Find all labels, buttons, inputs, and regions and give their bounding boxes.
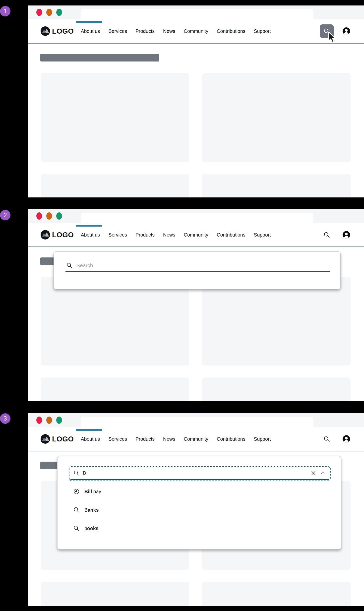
browser-window-step1: LOGO About us Services Products News Com… [28,5,364,197]
active-nav-indicator [76,21,102,23]
search-icon [323,232,330,238]
nav-item-community[interactable]: Community [184,436,208,442]
suggestion-completion: anks [88,507,99,513]
logo-icon [40,230,50,240]
search-icon [73,470,79,476]
content-card [202,277,351,366]
close-window-button[interactable] [36,9,42,16]
logo[interactable]: LOGO [40,434,74,444]
nav-item-products[interactable]: Products [135,232,155,238]
clear-search-button[interactable] [310,470,316,476]
nav-item-products[interactable]: Products [135,28,155,34]
maximize-window-button[interactable] [56,417,62,424]
nav-item-community[interactable]: Community [184,232,208,238]
browser-tab[interactable] [81,213,313,223]
active-nav-indicator [76,225,102,227]
search-button[interactable] [323,232,330,238]
profile-button[interactable] [343,435,350,443]
focused-input-underline [70,479,329,480]
step-badge-3: 3 [0,413,10,424]
site-navbar: LOGO About us Services Products News Com… [28,223,364,247]
logo[interactable]: LOGO [40,26,74,36]
minimize-window-button[interactable] [46,9,52,16]
logo-label: LOGO [52,27,74,35]
nav-item-services[interactable]: Services [108,436,127,442]
nav-items: About us Services Products News Communit… [81,232,271,238]
minimize-window-button[interactable] [46,417,52,424]
maximize-window-button[interactable] [56,9,62,16]
suggestion-bill-pay[interactable]: Bill pay [73,487,101,496]
content-card [202,174,351,197]
close-icon [310,470,316,476]
logo-label: LOGO [52,435,74,443]
search-icon [73,507,80,513]
content-card [41,582,189,606]
logo[interactable]: LOGO [40,230,74,240]
profile-icon [343,435,350,443]
browser-tab[interactable] [81,417,313,427]
logo-icon [40,434,50,444]
browser-chrome [28,5,364,19]
nav-item-about-us[interactable]: About us [81,232,100,238]
nav-item-news[interactable]: News [163,232,175,238]
nav-item-products[interactable]: Products [135,436,155,442]
mouse-cursor-icon [326,31,337,44]
step-badge-2: 2 [0,210,10,220]
browser-tab[interactable] [81,9,313,19]
search-overlay: Bill pay Banks books [57,456,341,550]
content-card [41,277,189,366]
collapse-search-button[interactable] [320,470,325,476]
active-nav-indicator [76,429,102,431]
nav-item-contributions[interactable]: Contributions [217,232,245,238]
close-window-button[interactable] [36,212,42,220]
suggestion-match: Bill [84,489,92,494]
profile-button[interactable] [343,231,350,239]
profile-icon [343,27,350,35]
suggestion-banks[interactable]: Banks [73,505,101,515]
search-input[interactable] [76,262,313,268]
close-window-button[interactable] [36,417,42,424]
nav-item-services[interactable]: Services [108,28,127,34]
nav-item-news[interactable]: News [163,436,175,442]
profile-button[interactable] [343,27,350,35]
search-input-underline [65,271,330,272]
search-icon [66,262,73,269]
minimize-window-button[interactable] [46,212,52,220]
browser-chrome [28,413,364,427]
nav-item-about-us[interactable]: About us [81,436,100,442]
logo-icon [40,26,50,36]
nav-item-contributions[interactable]: Contributions [217,28,245,34]
search-icon [323,436,330,442]
suggestion-books[interactable]: books [73,524,101,533]
site-navbar: LOGO About us Services Products News Com… [28,427,364,451]
content-card [202,73,351,162]
browser-window-step3: LOGO About us Services Products News Com… [28,413,364,606]
profile-icon [343,231,350,239]
nav-item-about-us[interactable]: About us [81,28,100,34]
browser-chrome [28,209,364,223]
maximize-window-button[interactable] [56,212,62,220]
content-card [202,582,351,606]
suggestion-rest: pay [92,489,101,494]
chevron-up-icon [320,470,325,476]
search-input[interactable] [83,470,307,476]
search-overlay [54,251,341,289]
step-badge-1: 1 [0,6,10,16]
search-button[interactable] [323,436,330,442]
nav-item-support[interactable]: Support [254,232,271,238]
search-suggestions: Bill pay Banks books [73,487,101,542]
nav-item-contributions[interactable]: Contributions [217,436,245,442]
nav-item-community[interactable]: Community [184,28,208,34]
nav-item-news[interactable]: News [163,28,175,34]
nav-item-support[interactable]: Support [254,436,271,442]
suggestion-completion: ooks [87,526,99,531]
content-card [41,174,189,197]
logo-label: LOGO [52,231,74,239]
suggestion-typed: B [84,507,88,513]
suggestion-typed: b [84,526,87,531]
search-icon [73,525,80,532]
page-title-placeholder [40,54,159,61]
content-card [41,377,189,401]
nav-item-services[interactable]: Services [108,232,127,238]
nav-item-support[interactable]: Support [254,28,271,34]
